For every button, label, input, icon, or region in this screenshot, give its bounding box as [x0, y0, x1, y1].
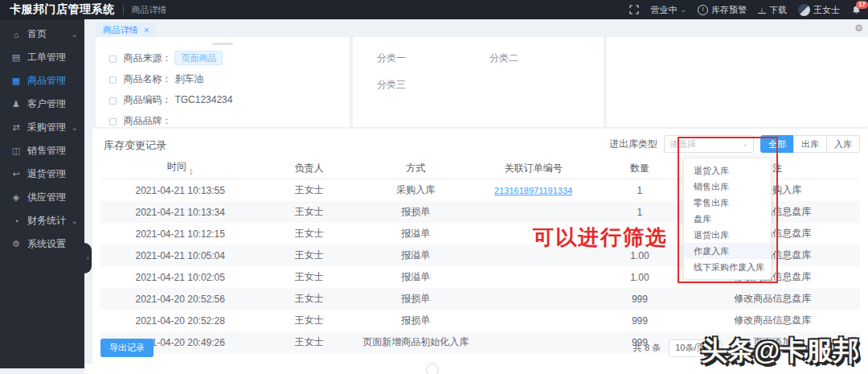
cell-order	[473, 266, 594, 288]
column-header: 关联订单编号	[473, 158, 594, 179]
sidebar-item-label: 工单管理	[27, 51, 78, 64]
tab-label: 商品详情	[103, 24, 138, 36]
product-info-card: ▢ 商品来源： 页面商品 ▢ 商品名称： 刹车油 ▢ 商品编码： TGC1234…	[96, 37, 350, 127]
cell-method: 报损单	[358, 310, 473, 331]
cell-time: 2021-04-21 10:12:15	[100, 223, 260, 245]
sidebar-item-label: 销售管理	[27, 144, 78, 158]
total-count-label: 共 8 条	[633, 342, 661, 354]
sidebar-item-label: 系统设置	[27, 237, 78, 251]
dropdown-option[interactable]: 退货出库	[684, 227, 771, 243]
filter-all-button[interactable]: 全部	[760, 135, 794, 153]
dropdown-option[interactable]: 线下采购作废入库	[684, 259, 771, 275]
product-code-label: 商品编码：	[123, 93, 171, 107]
business-status-dropdown[interactable]: 营业中 ⌄	[650, 4, 686, 16]
sidebar-item-customer[interactable]: ♟客户管理	[0, 92, 84, 116]
home-icon: ⌂	[10, 30, 22, 39]
filter-in-button[interactable]: 入库	[826, 135, 860, 153]
topbar-left: 卡服邦门店管理系统 商品详情	[10, 2, 167, 17]
download-button[interactable]: ↓ 下载	[758, 4, 787, 16]
sidebar-item-label: 客户管理	[27, 97, 78, 111]
cell-time: 2021-04-21 10:13:34	[100, 201, 260, 223]
fullscreen-icon	[629, 5, 639, 14]
product-code-value: TGC1234234	[174, 94, 232, 105]
topbar-right: 营业中 ⌄ ! 库存预警 ↓ 下载 王女士 17	[629, 4, 862, 16]
sidebar-item-label: 采购管理	[27, 121, 72, 134]
cell-qty: 1	[594, 179, 685, 202]
stock-alert-label: 库存预警	[711, 4, 747, 16]
drag-handle[interactable]	[212, 43, 233, 45]
sidebar-item-supply[interactable]: ◈供应管理	[0, 186, 84, 209]
sidebar-menu: ⌂首页⌄▤工单管理▦商品管理♟客户管理⇄采购管理⌄◫销售管理↩退货管理◈供应管理…	[0, 19, 84, 256]
tab-options-gear-icon[interactable]: ⚙	[854, 23, 863, 34]
sidebar-item-product[interactable]: ▦商品管理	[0, 69, 84, 92]
filter-type-label: 进出库类型	[609, 138, 657, 151]
work-order-icon: ▤	[10, 52, 22, 63]
filter-type-select[interactable]: 请选择 ⌄	[664, 135, 754, 153]
select-placeholder: 请选择	[669, 138, 696, 150]
cell-method: 报溢单	[358, 266, 473, 288]
stock-alert-button[interactable]: ! 库存预警	[698, 4, 747, 16]
sort-icon[interactable]: ▲▼	[189, 168, 194, 176]
sidebar-item-purchase[interactable]: ⇄采购管理⌄	[0, 116, 84, 139]
sidebar-item-finance[interactable]: ◔财务统计⌄	[0, 209, 84, 232]
watermark: 头条@卡服邦	[701, 333, 859, 369]
cell-time: 2021-04-20 20:52:28	[100, 310, 260, 331]
finance-icon: ◔	[10, 216, 22, 226]
sidebar-item-returns[interactable]: ↩退货管理	[0, 162, 84, 186]
cell-person: 王女士	[260, 179, 358, 202]
settings-icon: ⚙	[10, 239, 22, 249]
column-header-label: 方式	[406, 162, 425, 174]
product-name-icon: ▢	[108, 75, 117, 84]
cell-person: 王女士	[260, 266, 358, 288]
dropdown-option[interactable]: 作废入库	[684, 243, 771, 259]
product-icon: ▦	[10, 76, 22, 86]
sidebar-collapse-handle[interactable]: ‹	[84, 243, 92, 273]
cell-remark: 修改商品信息盘库	[686, 288, 860, 310]
cell-person: 王女士	[260, 245, 358, 266]
column-header: 时间▲▼	[100, 158, 260, 179]
fullscreen-icon[interactable]	[629, 5, 639, 14]
filter-out-button[interactable]: 出库	[793, 135, 827, 153]
cell-person: 王女士	[260, 310, 358, 331]
chevron-down-icon: ⌄	[72, 123, 78, 132]
cell-order	[473, 201, 594, 223]
dropdown-option[interactable]: 零售出库	[684, 195, 771, 211]
dropdown-option[interactable]: 销售出库	[684, 179, 771, 195]
sidebar-item-home[interactable]: ⌂首页⌄	[0, 23, 84, 46]
app-logo: 卡服邦门店管理系统	[10, 2, 115, 17]
cell-method: 采购入库	[358, 179, 473, 202]
user-menu[interactable]: 王女士	[798, 4, 840, 16]
cell-time: 2021-04-20 20:52:56	[100, 288, 260, 310]
dropdown-option[interactable]: 退货入库	[684, 162, 771, 179]
avatar	[798, 4, 810, 16]
sidebar-item-work-order[interactable]: ▤工单管理	[0, 46, 84, 69]
cell-person: 王女士	[260, 201, 358, 223]
sort-desc-icon: ▼	[189, 172, 194, 176]
category-label: 分类三	[377, 78, 489, 92]
export-records-button[interactable]: 导出记录	[100, 339, 154, 357]
dropdown-option[interactable]: 盘库	[684, 211, 771, 227]
sidebar-item-sales[interactable]: ◫销售管理	[0, 139, 84, 162]
sidebar-item-settings[interactable]: ⚙系统设置	[0, 232, 84, 256]
category-card: 分类一分类二分类三	[353, 37, 604, 127]
cell-time: 2021-04-21 10:05:04	[100, 245, 260, 266]
notifications-button[interactable]: 17	[851, 5, 862, 15]
cell-person: 王女士	[260, 223, 358, 245]
close-icon[interactable]: ×	[144, 26, 149, 35]
tab-product-detail[interactable]: 商品详情 ×	[96, 23, 156, 38]
cell-order: 2131618971191334	[473, 179, 594, 202]
alert-info-icon: !	[698, 5, 708, 15]
sidebar-item-label: 财务统计	[27, 214, 72, 228]
cell-method: 报损单	[358, 201, 473, 223]
column-header-label: 数量	[630, 162, 649, 174]
breadcrumb: 商品详情	[132, 4, 167, 16]
cell-qty: 1	[594, 201, 685, 223]
returns-icon: ↩	[10, 169, 22, 179]
product-name-row: ▢ 商品名称： 刹车油	[96, 68, 350, 89]
scroll-indicator[interactable]	[426, 364, 439, 374]
product-code-row: ▢ 商品编码： TGC1234234	[96, 89, 350, 110]
column-header: 负责人	[260, 158, 358, 179]
order-link[interactable]: 2131618971191334	[494, 186, 572, 195]
topbar: 卡服邦门店管理系统 商品详情 营业中 ⌄ ! 库存预警 ↓ 下载	[0, 0, 868, 19]
sidebar-item-label: 商品管理	[27, 74, 78, 88]
